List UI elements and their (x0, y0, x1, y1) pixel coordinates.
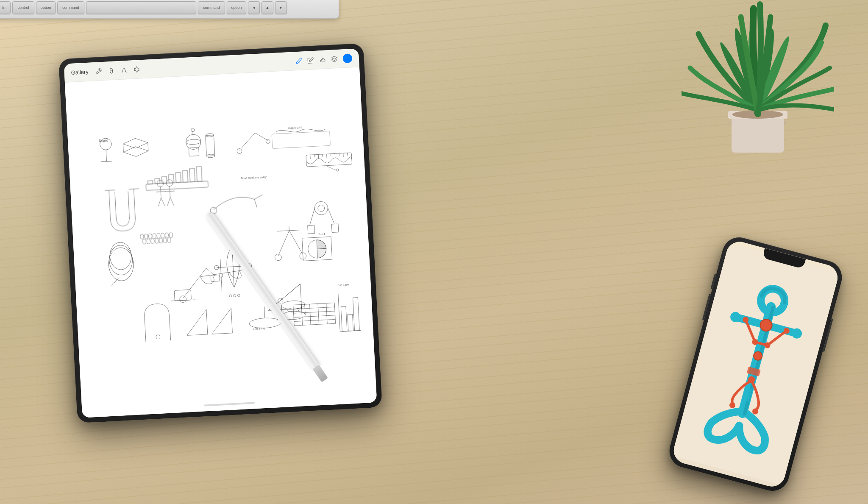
svg-line-95 (309, 209, 316, 226)
svg-rect-97 (308, 225, 315, 234)
svg-line-56 (170, 197, 174, 206)
svg-rect-24 (206, 135, 215, 156)
svg-rect-129 (306, 153, 352, 167)
toolbar-right-icons (295, 53, 352, 66)
svg-rect-31 (272, 131, 330, 148)
svg-point-59 (109, 242, 132, 270)
svg-rect-145 (211, 275, 219, 281)
svg-line-87 (220, 259, 222, 292)
svg-line-109 (294, 319, 336, 321)
svg-line-16 (123, 144, 123, 153)
key-fn[interactable]: fn (0, 1, 11, 14)
svg-line-44 (254, 195, 263, 199)
key-arrow-right[interactable]: ► (275, 1, 287, 14)
svg-point-128 (336, 169, 339, 171)
svg-line-144 (171, 300, 196, 301)
key-option-right[interactable]: option (227, 1, 246, 14)
svg-rect-98 (331, 224, 339, 232)
svg-line-48 (161, 187, 161, 198)
color-picker-dot[interactable] (342, 53, 352, 63)
svg-line-117 (305, 304, 305, 315)
svg-rect-122 (348, 314, 353, 331)
gallery-button[interactable]: Gallery (71, 69, 89, 76)
svg-point-124 (229, 295, 232, 297)
svg-line-138 (343, 153, 344, 157)
svg-line-53 (170, 186, 170, 197)
key-option[interactable]: option (36, 1, 56, 14)
key-command-right[interactable]: command (198, 1, 225, 14)
svg-rect-63 (153, 234, 156, 239)
svg-point-142 (180, 296, 186, 303)
svg-rect-123 (353, 298, 359, 331)
svg-line-140 (181, 268, 208, 298)
svg-line-112 (318, 304, 319, 324)
keyboard: fn control option command command option… (0, 0, 339, 19)
svg-line-45 (254, 199, 257, 208)
scurve-icon[interactable] (120, 66, 128, 73)
svg-rect-121 (341, 306, 347, 331)
svg-marker-101 (211, 308, 233, 334)
svg-rect-69 (147, 239, 150, 244)
svg-rect-41 (183, 170, 188, 182)
svg-marker-15 (123, 138, 148, 149)
svg-rect-64 (157, 233, 160, 238)
svg-point-93 (314, 201, 328, 215)
toolbar-left-icons (95, 66, 140, 75)
svg-line-79 (277, 231, 290, 256)
svg-point-19 (186, 134, 201, 150)
svg-line-28 (255, 132, 268, 141)
svg-text:2-in-1: 2-in-1 (318, 232, 326, 236)
svg-line-50 (158, 198, 161, 206)
key-command[interactable]: command (57, 1, 84, 14)
svg-point-29 (237, 148, 242, 153)
svg-rect-42 (189, 168, 195, 182)
svg-rect-40 (175, 173, 181, 183)
svg-point-92 (278, 298, 283, 303)
svg-line-111 (310, 304, 311, 325)
svg-line-127 (327, 166, 336, 171)
svg-line-34 (129, 189, 139, 189)
svg-rect-70 (151, 239, 154, 244)
sketch-canvas[interactable]: Depot (65, 67, 377, 418)
svg-line-103 (264, 306, 264, 318)
svg-text:3-in-1 toy: 3-in-1 toy (337, 283, 349, 287)
svg-line-119 (338, 290, 340, 332)
svg-rect-66 (165, 233, 168, 238)
svg-marker-9 (309, 57, 314, 61)
eraser-icon[interactable] (319, 56, 326, 63)
key-arrow-left[interactable]: ◄ (248, 1, 260, 14)
svg-line-136 (335, 153, 335, 158)
svg-rect-67 (169, 233, 172, 238)
pencil-tool-icon[interactable] (295, 57, 303, 64)
svg-rect-43 (196, 167, 202, 182)
key-arrow-up[interactable]: ▲ (262, 1, 273, 14)
svg-rect-62 (148, 234, 152, 239)
svg-rect-143 (174, 290, 191, 301)
wrench-icon[interactable] (95, 68, 102, 75)
svg-line-55 (167, 198, 171, 206)
svg-line-113 (326, 303, 328, 324)
svg-rect-68 (142, 239, 146, 244)
svg-rect-35 (146, 181, 208, 190)
svg-point-94 (318, 205, 325, 212)
svg-point-125 (233, 294, 236, 297)
layers-icon[interactable] (331, 55, 338, 62)
svg-text:Don't break me easily: Don't break me easily (241, 175, 267, 180)
svg-text:Depot: Depot (99, 139, 108, 143)
svg-rect-74 (167, 238, 171, 243)
svg-point-81 (275, 254, 281, 261)
svg-point-30 (266, 139, 270, 143)
svg-marker-18 (123, 146, 149, 157)
key-space[interactable] (86, 1, 196, 14)
svg-marker-10 (331, 56, 337, 59)
clip-icon[interactable] (133, 66, 140, 73)
smear-tool-icon[interactable] (307, 56, 314, 64)
svg-point-99 (156, 335, 160, 339)
svg-rect-71 (155, 238, 159, 243)
adjustments-icon[interactable] (108, 67, 115, 74)
key-control[interactable]: control (12, 1, 34, 14)
svg-point-58 (108, 245, 133, 276)
svg-point-57 (108, 247, 134, 281)
svg-rect-36 (148, 181, 153, 184)
svg-rect-65 (161, 233, 164, 238)
